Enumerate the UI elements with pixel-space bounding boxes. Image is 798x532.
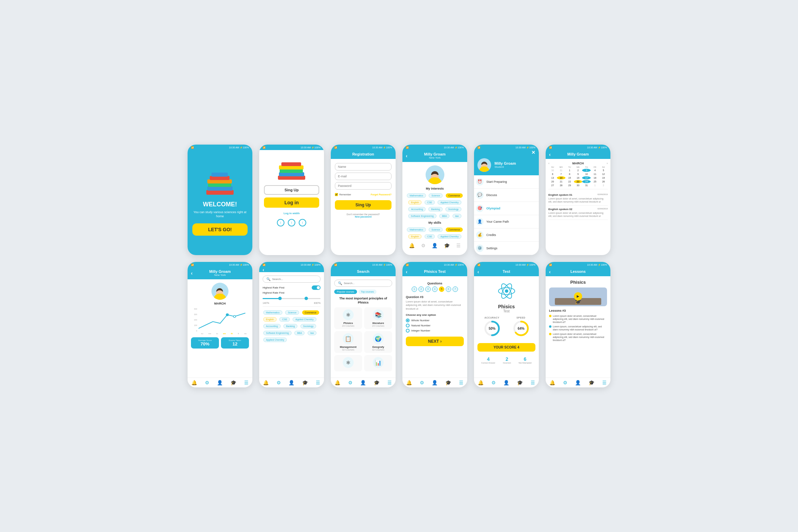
login-button[interactable]: Log in	[264, 197, 319, 208]
back-icon-lessons[interactable]: ‹	[549, 269, 551, 275]
skill-cse[interactable]: CSE	[425, 234, 435, 239]
password-input[interactable]	[335, 182, 391, 190]
menu-icon[interactable]: ☰	[531, 380, 535, 385]
user-icon[interactable]: 👤	[217, 380, 223, 385]
social-icon-2[interactable]: i	[288, 219, 295, 226]
option-whole[interactable]: Whole Number	[406, 319, 464, 322]
cap-icon[interactable]: 🎓	[445, 380, 451, 385]
user-icon[interactable]: 👤	[503, 380, 509, 385]
q-7[interactable]: 7	[453, 286, 458, 292]
cap-icon[interactable]: 🎓	[231, 380, 236, 385]
user-icon[interactable]: 👤	[360, 380, 366, 385]
profile-icon[interactable]: 👤	[432, 243, 438, 248]
ftag-chem[interactable]: Applied Chemitry	[293, 317, 316, 322]
menu-item-settings[interactable]: ⚙️ Settings	[474, 242, 539, 255]
q-5[interactable]: 5	[439, 286, 444, 292]
next-month-btn[interactable]: ›	[607, 162, 608, 165]
cap-icon[interactable]: 🎓	[517, 380, 523, 385]
ftag-english[interactable]: English	[263, 317, 277, 322]
ftag-science[interactable]: Science	[285, 310, 299, 315]
cap-icon[interactable]: 🎓	[444, 243, 450, 248]
bell-icon[interactable]: 🔔	[549, 380, 555, 385]
tab-popular[interactable]: Popular courses	[334, 290, 357, 294]
skill-english[interactable]: English	[408, 234, 422, 239]
course-extra2[interactable]: 📊	[364, 355, 392, 371]
ftag-banking[interactable]: Banking	[283, 324, 297, 328]
tag-english[interactable]: English	[408, 200, 422, 205]
ftag-commerce[interactable]: Commerce	[302, 310, 319, 315]
user-icon[interactable]: 👤	[289, 380, 294, 385]
course-extra1[interactable]: ⚛	[334, 355, 362, 371]
ftag-sociology[interactable]: Sociology	[300, 324, 316, 328]
ftag-appchem[interactable]: Applied Chemitry	[263, 338, 287, 342]
tag-science[interactable]: Science	[429, 193, 443, 198]
bell-icon[interactable]: 🔔	[335, 380, 340, 385]
lesson-video-thumb[interactable]: 🎓 ▶	[549, 287, 607, 306]
close-icon[interactable]: ✕	[531, 150, 535, 155]
menu-item-career[interactable]: 👤 Your Caree Path	[474, 215, 539, 228]
cap-icon[interactable]: 🎓	[374, 380, 380, 385]
menu-icon[interactable]: ☰	[602, 380, 607, 385]
skill-math[interactable]: Mathematics	[407, 227, 426, 232]
bell-icon[interactable]: 🔔	[191, 380, 197, 385]
option-integer[interactable]: Integer Number	[406, 329, 464, 332]
tag-commerce[interactable]: Commerce	[446, 193, 463, 198]
signup-btn[interactable]: Sing Up	[335, 200, 391, 210]
course-mgmt[interactable]: 📋 Management 32 Courses	[334, 331, 362, 353]
social-icon-1[interactable]: i	[277, 219, 284, 226]
ftag-cse[interactable]: CSE	[279, 317, 290, 322]
menu-item-discuss[interactable]: 💬 Discuss	[474, 189, 539, 202]
gear-icon[interactable]: ⚙	[491, 380, 496, 385]
social-icon-3[interactable]: i	[299, 219, 306, 226]
search-bar-sf[interactable]: 🔍	[263, 276, 321, 283]
menu-icon[interactable]: ☰	[244, 380, 249, 385]
lets-go-button[interactable]: LET'S GO!	[192, 223, 248, 236]
radio-whole[interactable]	[406, 319, 410, 322]
bell-icon[interactable]: 🔔	[478, 380, 484, 385]
tag-sociology[interactable]: Sociology	[445, 207, 461, 211]
option-natural[interactable]: Natural Number	[406, 324, 464, 327]
radio-integer[interactable]	[406, 329, 410, 332]
q-1[interactable]: 1	[412, 286, 417, 292]
user-icon[interactable]: 👤	[432, 380, 438, 385]
ftag-accounting[interactable]: Accounting	[263, 324, 281, 328]
ftag-math[interactable]: Mathematics	[263, 310, 282, 315]
ftag-bba[interactable]: BBA	[294, 331, 305, 335]
tag-cse[interactable]: CSE	[425, 200, 435, 205]
menu-icon[interactable]: ☰	[459, 380, 463, 385]
cap-icon[interactable]: 🎓	[589, 380, 594, 385]
course-geo[interactable]: 🌍 Geografy 32 Courses	[364, 331, 392, 353]
gear-icon[interactable]: ⚙	[563, 380, 567, 385]
menu-item-preparing[interactable]: ⏰ Start Preparing	[474, 175, 539, 189]
settings-icon[interactable]: ⚙	[421, 243, 426, 248]
back-icon-pt[interactable]: ‹	[406, 269, 408, 275]
ftag-se[interactable]: Software Engineering	[263, 331, 292, 335]
menu-icon[interactable]: ☰	[456, 243, 461, 248]
bell-icon[interactable]: 🔔	[409, 243, 415, 248]
remember-label[interactable]: Remember	[335, 193, 351, 196]
q-2[interactable]: 2	[418, 286, 424, 292]
skill-chem[interactable]: Applied Chemitry	[438, 234, 461, 239]
remember-checkbox[interactable]	[335, 193, 338, 196]
tag-se[interactable]: Software Engineering	[408, 214, 437, 218]
signup-button[interactable]: Sing Up	[264, 185, 319, 195]
search-input-sf[interactable]	[272, 278, 317, 281]
tag-math[interactable]: Mathematics	[407, 193, 426, 198]
tag-law[interactable]: law	[453, 214, 462, 218]
cap-icon[interactable]: 🎓	[302, 380, 308, 385]
gear-icon[interactable]: ⚙	[348, 380, 353, 385]
tab-top[interactable]: Top courses	[358, 290, 377, 294]
q-4[interactable]: 4	[432, 286, 438, 292]
bell-icon[interactable]: 🔔	[263, 380, 269, 385]
back-icon-sf[interactable]: ‹	[263, 267, 264, 272]
tag-bba[interactable]: BBA	[439, 214, 449, 218]
price-slider[interactable]: 140Tk 830Tk	[263, 296, 321, 304]
toggle-1[interactable]	[312, 285, 321, 290]
q-6[interactable]: 6	[446, 286, 451, 292]
gear-icon[interactable]: ⚙	[277, 380, 281, 385]
menu-icon[interactable]: ☰	[316, 380, 320, 385]
back-icon-cal[interactable]: ‹	[549, 152, 551, 157]
tag-banking[interactable]: Banking	[428, 207, 442, 211]
menu-icon[interactable]: ☰	[387, 380, 392, 385]
search-input-main[interactable]	[344, 282, 388, 285]
